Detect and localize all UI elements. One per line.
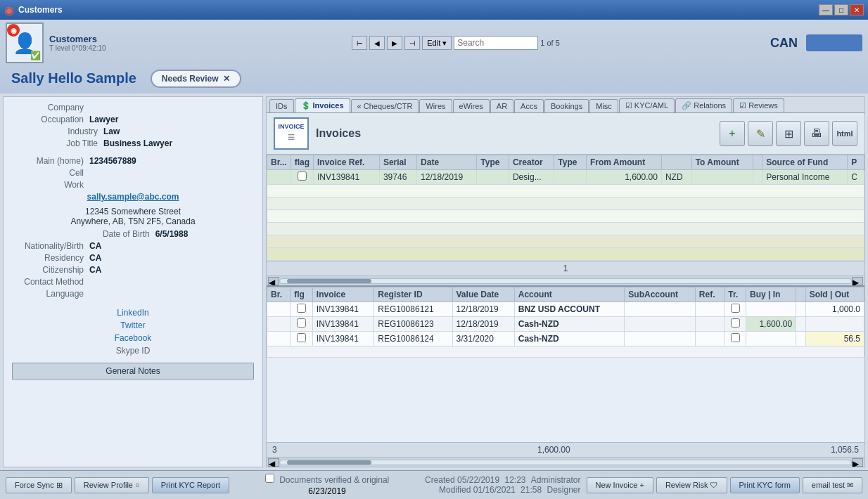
email-value[interactable]: sally.sample@abc.com bbox=[87, 192, 179, 202]
needs-review-close-icon[interactable]: ✕ bbox=[223, 74, 230, 84]
row-checkbox[interactable] bbox=[297, 333, 306, 342]
upper-page-number: 1 bbox=[563, 264, 568, 273]
tr-checkbox[interactable] bbox=[731, 318, 740, 328]
cell-label: Cell bbox=[12, 168, 89, 178]
upper-table-wrapper: Br... flag Invoice Ref. Serial Date Type… bbox=[267, 155, 864, 261]
cell-flag bbox=[291, 170, 313, 185]
tab-reviews[interactable]: ☑ Reviews bbox=[733, 98, 784, 112]
doc-verified-label[interactable]: Documents verified & original bbox=[265, 475, 389, 485]
lcol-invoice: Invoice bbox=[312, 287, 374, 302]
new-invoice-button[interactable]: New Invoice + bbox=[587, 477, 653, 493]
tab-misc[interactable]: Misc bbox=[589, 99, 618, 112]
table-row bbox=[267, 346, 864, 358]
industry-label: Industry bbox=[26, 127, 103, 136]
col-to-currency bbox=[753, 155, 762, 170]
can-label: CAN bbox=[770, 36, 798, 51]
general-notes-button[interactable]: General Notes bbox=[12, 363, 254, 380]
tab-ids[interactable]: IDs bbox=[269, 99, 294, 112]
html-invoice-button[interactable]: html bbox=[832, 121, 857, 146]
nav-last-button[interactable]: ⊣ bbox=[404, 36, 420, 50]
lcol-flg: flg bbox=[291, 287, 313, 302]
copy-invoice-button[interactable]: ⊞ bbox=[776, 121, 801, 146]
needs-review-text: Needs Review bbox=[162, 74, 219, 84]
lcell-invoice[interactable]: INV139841 bbox=[312, 332, 374, 346]
tr-checkbox[interactable] bbox=[731, 333, 740, 342]
lower-scrollbar-h[interactable]: ◀ ▶ bbox=[267, 457, 864, 467]
facebook-link[interactable]: Facebook bbox=[115, 333, 152, 343]
scroll-left-btn2[interactable]: ◀ bbox=[268, 458, 279, 467]
cell-to-currency bbox=[753, 170, 762, 185]
maximize-button[interactable]: □ bbox=[834, 4, 848, 15]
edit-invoice-button[interactable]: ✎ bbox=[748, 121, 773, 146]
table-row: INV139841 REG10086124 3/31/2020 Cash-NZD… bbox=[267, 332, 864, 346]
col-to-amount: To Amount bbox=[691, 155, 753, 170]
scroll-right-btn2[interactable]: ▶ bbox=[852, 458, 863, 467]
close-button[interactable]: ✕ bbox=[850, 4, 864, 15]
scroll-left-btn[interactable]: ◀ bbox=[268, 277, 279, 285]
review-risk-button[interactable]: Review Risk 🛡 bbox=[656, 477, 727, 493]
table-row: INV139841 REG10086123 12/18/2019 Cash-NZ… bbox=[267, 317, 864, 332]
row-checkbox[interactable] bbox=[297, 318, 306, 328]
minimize-button[interactable]: — bbox=[819, 4, 833, 15]
col-from-amount: From Amount bbox=[586, 155, 661, 170]
tab-wires[interactable]: Wires bbox=[419, 99, 452, 112]
section-title: Customers bbox=[49, 34, 346, 44]
row-checkbox[interactable] bbox=[297, 304, 306, 313]
scroll-track2[interactable] bbox=[279, 460, 852, 465]
tab-cheques[interactable]: « Cheques/CTR bbox=[351, 99, 419, 112]
row-checkbox[interactable] bbox=[298, 171, 307, 181]
nationality-value: CA bbox=[89, 241, 101, 251]
residency-label: Residency bbox=[12, 253, 89, 263]
created-by: Administrator bbox=[531, 475, 581, 485]
tr-checkbox[interactable] bbox=[731, 304, 740, 313]
nav-prev-button[interactable]: ◀ bbox=[369, 36, 385, 50]
can-badge bbox=[806, 34, 862, 51]
twitter-link[interactable]: Twitter bbox=[120, 320, 145, 330]
search-input[interactable] bbox=[454, 36, 538, 50]
cell-creator: Desig... bbox=[509, 170, 554, 185]
app-logo: ◉ bbox=[7, 24, 20, 37]
cell-type1 bbox=[477, 170, 509, 185]
tab-relations[interactable]: 🔗 Relations bbox=[675, 98, 732, 112]
tab-bookings[interactable]: Bookings bbox=[544, 99, 589, 112]
invoices-lower-table: Br. flg Invoice Register ID Value Date A… bbox=[267, 287, 864, 358]
lcol-buyin: Buy | In bbox=[746, 287, 796, 302]
force-sync-button[interactable]: Force Sync ⊞ bbox=[6, 477, 72, 493]
print-kyc-report-button[interactable]: Print KYC Report bbox=[152, 477, 229, 493]
cell-invoice-ref[interactable]: INV139841 bbox=[314, 170, 380, 185]
print-invoice-button[interactable]: 🖶 bbox=[804, 121, 829, 146]
lcell-invoice[interactable]: INV139841 bbox=[312, 302, 374, 317]
scroll-right-btn[interactable]: ▶ bbox=[852, 277, 863, 285]
footer-buttons-left: Force Sync ⊞ Review Profile ○ Print KYC … bbox=[6, 477, 229, 493]
tab-ewires[interactable]: eWires bbox=[453, 99, 490, 112]
table-row: INV139841 39746 12/18/2019 Desig... 1,60… bbox=[267, 170, 864, 185]
address1: 12345 Somewhere Street bbox=[12, 207, 254, 216]
tab-accs[interactable]: Accs bbox=[514, 99, 544, 112]
tab-kyc[interactable]: ☑ KYC/AML bbox=[619, 98, 675, 112]
tab-ar[interactable]: AR bbox=[490, 99, 513, 112]
print-kyc-form-button[interactable]: Print KYC form bbox=[730, 477, 800, 493]
upper-scrollbar-h[interactable]: ◀ ▶ bbox=[267, 276, 864, 285]
tab-invoices[interactable]: 💲 Invoices bbox=[295, 98, 350, 112]
lcell-sep bbox=[796, 302, 806, 317]
lcell-valuedate: 3/31/2020 bbox=[452, 332, 514, 346]
review-profile-button[interactable]: Review Profile ○ bbox=[75, 477, 149, 493]
lcell-sold: 56.5 bbox=[805, 332, 864, 346]
right-panel: IDs 💲 Invoices « Cheques/CTR Wires eWire… bbox=[266, 96, 865, 467]
email-test-button[interactable]: email test ✉ bbox=[803, 477, 862, 493]
linkedin-link[interactable]: LinkedIn bbox=[117, 308, 148, 318]
nav-first-button[interactable]: ⊢ bbox=[352, 36, 367, 50]
residency-value: CA bbox=[89, 253, 101, 263]
cell-br bbox=[267, 170, 291, 185]
scroll-track[interactable] bbox=[279, 278, 852, 284]
add-invoice-button[interactable]: + bbox=[720, 121, 745, 146]
col-invoice-ref: Invoice Ref. bbox=[314, 155, 380, 170]
header-area: ◉ 👤 ✅ Customers T level 0°09:42:10 ⊢ ◀ ▶… bbox=[0, 20, 868, 93]
nav-next-button[interactable]: ▶ bbox=[387, 36, 402, 50]
doc-verified-checkbox[interactable] bbox=[265, 474, 274, 483]
col-flag: flag bbox=[291, 155, 313, 170]
created-label: Created 05/22/2019 bbox=[425, 475, 499, 485]
edit-dropdown-button[interactable]: Edit ▾ bbox=[422, 36, 452, 50]
footer-date: 6/23/2019 bbox=[308, 486, 345, 496]
lcell-invoice[interactable]: INV139841 bbox=[312, 317, 374, 332]
